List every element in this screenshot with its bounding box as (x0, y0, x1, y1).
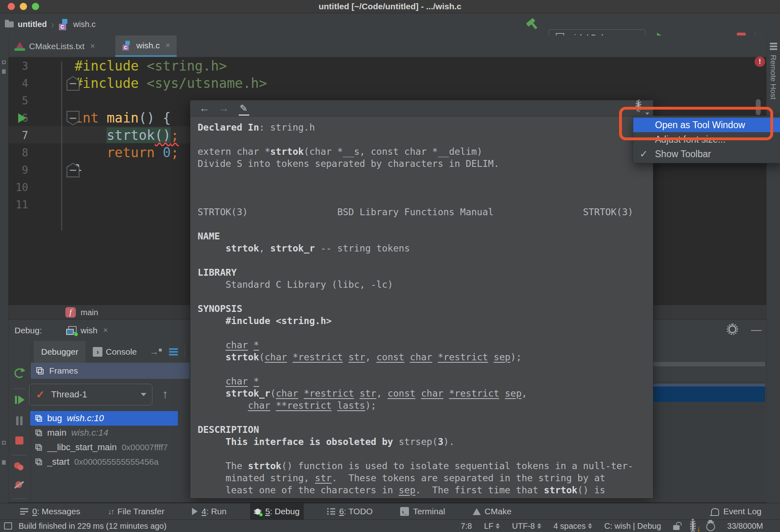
tool-stripe-marker[interactable] (2, 460, 6, 465)
layout-settings-icon[interactable] (169, 348, 178, 355)
breadcrumb-file[interactable]: wish.c (73, 20, 96, 29)
tab-debugger[interactable]: Debugger (34, 341, 86, 363)
mute-breakpoints-button[interactable] (8, 480, 30, 490)
close-icon[interactable]: × (165, 41, 170, 50)
frames-panel-header[interactable]: Frames (31, 363, 190, 379)
inspections-profile[interactable] (706, 521, 715, 531)
fold-marker-icon[interactable] (67, 163, 79, 177)
stack-frame-row[interactable]: __libc_start_main0x00007ffff7 (30, 440, 178, 455)
stop-button[interactable] (8, 436, 30, 445)
close-icon[interactable]: × (103, 326, 108, 335)
tool-stripe-marker[interactable] (2, 60, 6, 64)
stack-frame-row[interactable]: mainwish.c:14 (30, 426, 178, 440)
inspections-face-icon (706, 522, 715, 531)
tool-stripe-remote-host[interactable]: Remote Host (769, 55, 778, 100)
documentation-popup: ← → ✎ Declared In: string.h extern char … (190, 100, 653, 499)
back-icon[interactable]: ← (199, 102, 210, 114)
indent-style[interactable]: 4 spaces (553, 522, 592, 531)
line-number: 11 (8, 199, 32, 211)
status-widgets: 7:8LFUTF-84 spacesC: wish | Debug↓33/800… (461, 521, 763, 531)
thread-select[interactable]: ✓ Thread-1 (29, 384, 152, 405)
man-line (198, 411, 653, 424)
file-encoding[interactable]: UTF-8 (512, 522, 541, 531)
code-line[interactable]: 4#include <sys/utsname.h> (8, 75, 766, 92)
tool-window-button-file-transfer[interactable]: ↓↑File Transfer (104, 503, 169, 520)
breadcrumb-project[interactable]: untitled (18, 20, 47, 29)
line-number: 4 (8, 77, 32, 89)
chevron-down-icon (141, 393, 146, 396)
code-line[interactable]: 3#include <string.h> (8, 57, 766, 75)
jump-to-output-icon[interactable]: → (150, 347, 162, 357)
memory-indicator[interactable]: 33/8000M (727, 522, 763, 531)
status-message: Build finished in 229 ms (12 minutes ago… (19, 522, 167, 531)
tool-window-button-run[interactable]: 4: Run (188, 503, 231, 520)
code-text: #include <string.h> (75, 57, 227, 75)
forward-icon[interactable]: → (219, 102, 229, 114)
tab-label: wish.c (136, 41, 160, 50)
run-line-icon[interactable] (18, 113, 26, 123)
fold-marker-icon[interactable] (67, 111, 79, 125)
line-number: 9 (8, 164, 32, 176)
readonly-toggle[interactable] (673, 522, 680, 530)
tool-stripe-marker[interactable] (2, 441, 6, 445)
breadcrumb-separator-icon: › (52, 18, 54, 31)
session-label: wish (81, 326, 98, 335)
cmake-icon (473, 508, 481, 515)
variables-panel-body (653, 402, 765, 502)
tool-window-button-terminal[interactable]: ›_Terminal (396, 503, 449, 520)
annotation-highlight-rectangle (619, 107, 773, 140)
debug-settings-gear-icon[interactable] (728, 325, 736, 333)
spinner-arrows-icon (537, 523, 541, 529)
resume-button[interactable] (8, 395, 30, 405)
menu-item-show-toolbar[interactable]: ✓Show Toolbar (633, 147, 780, 161)
line-separator[interactable]: LF (484, 522, 500, 531)
view-breakpoints-button[interactable] (8, 461, 30, 471)
breadcrumb-function[interactable]: main (81, 308, 98, 317)
hide-tool-window-icon[interactable]: — (751, 324, 761, 336)
status-bar: Build finished in 229 ms (12 minutes ago… (0, 520, 780, 532)
tab-cmakelists[interactable]: CMakeLists.txt × (8, 35, 101, 57)
pause-button[interactable] (8, 416, 30, 425)
tool-window-button-debug[interactable]: 5: Debug (250, 503, 304, 520)
man-line: char * (198, 339, 653, 351)
tool-window-button-messages[interactable]: 0: Messages (16, 503, 84, 520)
navigate-up-icon[interactable]: ↑ (162, 387, 168, 401)
man-line (198, 133, 653, 145)
tool-window-button-todo[interactable]: 6: TODO (323, 503, 377, 520)
code-text: #include <sys/utsname.h> (75, 75, 267, 92)
active-run-config[interactable]: C: wish | Debug (604, 522, 661, 531)
frame-icon (35, 459, 42, 465)
build-button[interactable] (524, 16, 541, 33)
toolbar-separator (12, 455, 26, 455)
rerun-button[interactable] (8, 368, 30, 378)
updown-icon: ↓↑ (108, 507, 113, 516)
stack-frame-row[interactable]: bugwish.c:10 (30, 411, 178, 426)
tab-console[interactable]: › Console (86, 341, 144, 363)
bug-icon (254, 507, 261, 515)
frames-title: Frames (49, 366, 78, 376)
debug-session-tab[interactable]: wish × (66, 326, 108, 335)
man-line (198, 182, 653, 194)
bell-icon (711, 508, 719, 515)
fold-marker-icon[interactable] (67, 76, 79, 91)
popup-toolbar: ← → ✎ (190, 100, 653, 116)
tab-wish-c[interactable]: C wish.c × (115, 35, 177, 57)
spinner-arrows-icon (496, 523, 500, 529)
tool-stripe-marker[interactable] (2, 69, 6, 74)
highlighting-level[interactable]: ↓ (692, 522, 694, 531)
remote-host-icon (770, 43, 777, 50)
checkmark-icon: ✓ (640, 148, 648, 160)
stack-frame-row[interactable]: _start0x000055555555456a (30, 455, 178, 469)
man-line: char **restrict lasts); (198, 399, 653, 411)
tool-window-button-event-log[interactable]: Event Log (707, 503, 765, 520)
tool-window-button-cmake[interactable]: CMake (469, 503, 516, 520)
error-indicator-badge[interactable]: ! (755, 56, 765, 67)
edit-source-icon[interactable]: ✎ (240, 103, 248, 114)
line-number: 5 (8, 95, 32, 107)
variables-selected-row[interactable] (653, 387, 765, 402)
tool-window-switcher-icon[interactable] (4, 522, 12, 530)
close-icon[interactable]: × (90, 42, 95, 51)
man-line: char * (198, 375, 653, 387)
caret-position[interactable]: 7:8 (461, 522, 472, 531)
man-line: The strtok() function is used to isolate… (198, 460, 653, 472)
